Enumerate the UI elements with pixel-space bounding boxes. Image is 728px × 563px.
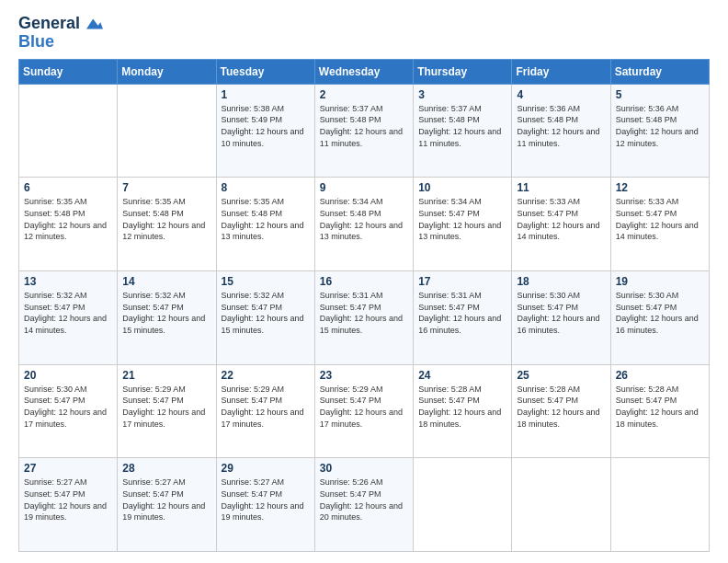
calendar-cell: 6Sunrise: 5:35 AM Sunset: 5:48 PM Daylig… <box>19 178 118 271</box>
day-info: Sunrise: 5:35 AM Sunset: 5:48 PM Dayligh… <box>122 196 210 242</box>
day-info: Sunrise: 5:31 AM Sunset: 5:47 PM Dayligh… <box>418 290 506 336</box>
calendar-cell: 14Sunrise: 5:32 AM Sunset: 5:47 PM Dayli… <box>118 271 216 365</box>
calendar-week-4: 20Sunrise: 5:30 AM Sunset: 5:47 PM Dayli… <box>19 364 710 458</box>
calendar-cell: 9Sunrise: 5:34 AM Sunset: 5:48 PM Daylig… <box>314 178 413 271</box>
day-info: Sunrise: 5:34 AM Sunset: 5:48 PM Dayligh… <box>320 196 408 242</box>
day-number: 4 <box>517 88 605 101</box>
day-info: Sunrise: 5:28 AM Sunset: 5:47 PM Dayligh… <box>517 384 605 430</box>
day-info: Sunrise: 5:28 AM Sunset: 5:47 PM Dayligh… <box>616 384 704 430</box>
day-number: 2 <box>320 88 408 101</box>
calendar-cell: 23Sunrise: 5:29 AM Sunset: 5:47 PM Dayli… <box>314 364 413 458</box>
calendar-cell <box>414 458 512 552</box>
day-number: 1 <box>222 88 310 101</box>
calendar-cell: 11Sunrise: 5:33 AM Sunset: 5:47 PM Dayli… <box>512 178 610 271</box>
calendar-cell: 28Sunrise: 5:27 AM Sunset: 5:47 PM Dayli… <box>118 458 216 552</box>
calendar-cell: 17Sunrise: 5:31 AM Sunset: 5:47 PM Dayli… <box>414 271 512 365</box>
calendar-cell: 10Sunrise: 5:34 AM Sunset: 5:47 PM Dayli… <box>414 178 512 271</box>
day-number: 6 <box>24 181 112 194</box>
calendar-cell: 24Sunrise: 5:28 AM Sunset: 5:47 PM Dayli… <box>414 364 512 458</box>
day-info: Sunrise: 5:32 AM Sunset: 5:47 PM Dayligh… <box>24 290 112 336</box>
day-number: 20 <box>24 369 112 382</box>
day-number: 3 <box>418 88 506 101</box>
day-number: 30 <box>320 462 408 475</box>
day-info: Sunrise: 5:26 AM Sunset: 5:47 PM Dayligh… <box>320 477 408 523</box>
calendar-cell: 7Sunrise: 5:35 AM Sunset: 5:48 PM Daylig… <box>118 178 216 271</box>
calendar-week-2: 6Sunrise: 5:35 AM Sunset: 5:48 PM Daylig… <box>19 178 710 271</box>
calendar-week-3: 13Sunrise: 5:32 AM Sunset: 5:47 PM Dayli… <box>19 271 710 365</box>
day-number: 29 <box>222 462 310 475</box>
day-info: Sunrise: 5:36 AM Sunset: 5:48 PM Dayligh… <box>517 103 605 149</box>
header: General Blue <box>18 15 710 50</box>
calendar-cell: 22Sunrise: 5:29 AM Sunset: 5:47 PM Dayli… <box>216 364 314 458</box>
calendar-cell: 15Sunrise: 5:32 AM Sunset: 5:47 PM Dayli… <box>216 271 314 365</box>
day-header-saturday: Saturday <box>610 59 709 84</box>
day-info: Sunrise: 5:32 AM Sunset: 5:47 PM Dayligh… <box>122 290 210 336</box>
calendar-cell: 8Sunrise: 5:35 AM Sunset: 5:48 PM Daylig… <box>216 178 314 271</box>
calendar-cell: 4Sunrise: 5:36 AM Sunset: 5:48 PM Daylig… <box>512 84 610 178</box>
day-number: 9 <box>320 181 408 194</box>
calendar-cell: 29Sunrise: 5:27 AM Sunset: 5:47 PM Dayli… <box>216 458 314 552</box>
day-info: Sunrise: 5:31 AM Sunset: 5:47 PM Dayligh… <box>320 290 408 336</box>
day-number: 13 <box>24 275 112 288</box>
day-info: Sunrise: 5:37 AM Sunset: 5:48 PM Dayligh… <box>418 103 506 149</box>
day-number: 23 <box>320 369 408 382</box>
day-number: 27 <box>24 462 112 475</box>
calendar-cell: 5Sunrise: 5:36 AM Sunset: 5:48 PM Daylig… <box>610 84 709 178</box>
calendar-cell: 20Sunrise: 5:30 AM Sunset: 5:47 PM Dayli… <box>19 364 118 458</box>
day-info: Sunrise: 5:33 AM Sunset: 5:47 PM Dayligh… <box>517 196 605 242</box>
day-header-monday: Monday <box>118 59 216 84</box>
calendar-cell: 21Sunrise: 5:29 AM Sunset: 5:47 PM Dayli… <box>118 364 216 458</box>
calendar-cell <box>610 458 709 552</box>
logo-blue: Blue <box>18 33 103 50</box>
day-number: 7 <box>122 181 210 194</box>
calendar-cell: 3Sunrise: 5:37 AM Sunset: 5:48 PM Daylig… <box>414 84 512 178</box>
day-info: Sunrise: 5:27 AM Sunset: 5:47 PM Dayligh… <box>222 477 310 523</box>
day-number: 28 <box>122 462 210 475</box>
logo-text: General <box>18 15 103 33</box>
day-info: Sunrise: 5:30 AM Sunset: 5:47 PM Dayligh… <box>24 384 112 430</box>
calendar-week-1: 1Sunrise: 5:38 AM Sunset: 5:49 PM Daylig… <box>19 84 710 178</box>
svg-marker-0 <box>86 19 103 29</box>
day-header-friday: Friday <box>512 59 610 84</box>
calendar-body: 1Sunrise: 5:38 AM Sunset: 5:49 PM Daylig… <box>19 84 710 551</box>
calendar-cell: 26Sunrise: 5:28 AM Sunset: 5:47 PM Dayli… <box>610 364 709 458</box>
day-number: 16 <box>320 275 408 288</box>
calendar-cell: 30Sunrise: 5:26 AM Sunset: 5:47 PM Dayli… <box>314 458 413 552</box>
day-info: Sunrise: 5:34 AM Sunset: 5:47 PM Dayligh… <box>418 196 506 242</box>
calendar-cell: 25Sunrise: 5:28 AM Sunset: 5:47 PM Dayli… <box>512 364 610 458</box>
day-info: Sunrise: 5:37 AM Sunset: 5:48 PM Dayligh… <box>320 103 408 149</box>
day-info: Sunrise: 5:29 AM Sunset: 5:47 PM Dayligh… <box>320 384 408 430</box>
calendar-header-row: SundayMondayTuesdayWednesdayThursdayFrid… <box>19 59 710 84</box>
day-info: Sunrise: 5:35 AM Sunset: 5:48 PM Dayligh… <box>222 196 310 242</box>
day-info: Sunrise: 5:35 AM Sunset: 5:48 PM Dayligh… <box>24 196 112 242</box>
day-number: 15 <box>222 275 310 288</box>
day-number: 5 <box>616 88 704 101</box>
calendar-cell: 18Sunrise: 5:30 AM Sunset: 5:47 PM Dayli… <box>512 271 610 365</box>
calendar-cell <box>19 84 118 178</box>
day-header-thursday: Thursday <box>414 59 512 84</box>
calendar-week-5: 27Sunrise: 5:27 AM Sunset: 5:47 PM Dayli… <box>19 458 710 552</box>
day-number: 25 <box>517 369 605 382</box>
calendar-cell <box>118 84 216 178</box>
day-number: 18 <box>517 275 605 288</box>
day-info: Sunrise: 5:29 AM Sunset: 5:47 PM Dayligh… <box>222 384 310 430</box>
calendar-cell: 12Sunrise: 5:33 AM Sunset: 5:47 PM Dayli… <box>610 178 709 271</box>
day-info: Sunrise: 5:30 AM Sunset: 5:47 PM Dayligh… <box>517 290 605 336</box>
day-number: 10 <box>418 181 506 194</box>
calendar-cell: 16Sunrise: 5:31 AM Sunset: 5:47 PM Dayli… <box>314 271 413 365</box>
day-number: 19 <box>616 275 704 288</box>
day-info: Sunrise: 5:27 AM Sunset: 5:47 PM Dayligh… <box>24 477 112 523</box>
day-header-tuesday: Tuesday <box>216 59 314 84</box>
day-number: 14 <box>122 275 210 288</box>
day-info: Sunrise: 5:27 AM Sunset: 5:47 PM Dayligh… <box>122 477 210 523</box>
day-info: Sunrise: 5:38 AM Sunset: 5:49 PM Dayligh… <box>222 103 310 149</box>
day-number: 22 <box>222 369 310 382</box>
calendar-cell: 13Sunrise: 5:32 AM Sunset: 5:47 PM Dayli… <box>19 271 118 365</box>
day-info: Sunrise: 5:33 AM Sunset: 5:47 PM Dayligh… <box>616 196 704 242</box>
day-number: 8 <box>222 181 310 194</box>
day-number: 26 <box>616 369 704 382</box>
calendar-cell: 27Sunrise: 5:27 AM Sunset: 5:47 PM Dayli… <box>19 458 118 552</box>
day-number: 12 <box>616 181 704 194</box>
day-number: 24 <box>418 369 506 382</box>
day-header-sunday: Sunday <box>19 59 118 84</box>
